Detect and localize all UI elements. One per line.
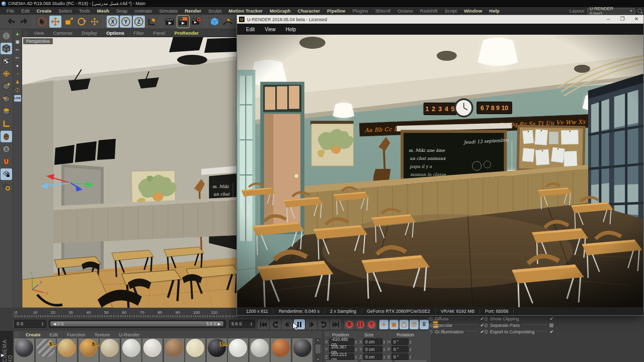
menu-item[interactable]: Select xyxy=(55,8,75,14)
urender-menu-help[interactable]: Help xyxy=(281,27,301,32)
menu-item[interactable]: Plugins xyxy=(349,8,371,14)
texture-mode-button[interactable] xyxy=(1,55,12,67)
layout-dropdown[interactable]: U RENDER (User) ▼ xyxy=(587,8,635,14)
field-stepper-icon[interactable]: ▲▼ xyxy=(409,347,412,351)
size-field[interactable]: 0 cm xyxy=(363,346,382,352)
render-option-row[interactable]: Separate Pass xyxy=(484,322,553,328)
field-stepper-icon[interactable]: ▲▼ xyxy=(355,355,357,359)
c4d-perspective-viewport[interactable]: m. Miki un chat papa maman xyxy=(22,37,236,308)
timeline-range-slider[interactable]: ◀ 0 S 5.8 S ▶ xyxy=(49,320,226,328)
menu-item[interactable]: Animate xyxy=(131,8,155,14)
material-thumbnail[interactable]: ULIVE U-RENDER xyxy=(36,338,56,362)
render-option-row[interactable]: GI Illumination ✔ xyxy=(429,329,484,335)
timer-icon[interactable]: ◔ xyxy=(14,71,21,77)
make-editable-button[interactable] xyxy=(1,30,12,42)
viewport-menu-item[interactable]: Display xyxy=(77,30,102,36)
menu-item[interactable]: Pipeline xyxy=(324,8,349,14)
rotation-field[interactable]: 0 ° xyxy=(391,353,409,360)
record-keyframe-button[interactable]: ⚿ xyxy=(344,320,354,329)
field-stepper-icon[interactable]: ▲▼ xyxy=(409,355,412,359)
viewport-menu-item[interactable]: Panel xyxy=(148,30,170,36)
menu-item[interactable]: Help xyxy=(486,8,503,14)
viewport-menu-item[interactable]: Cameras xyxy=(48,30,77,36)
scroll-up-icon[interactable]: ▲ xyxy=(315,338,321,341)
rotation-field[interactable]: 0 ° xyxy=(391,346,409,352)
key-rotation-toggle[interactable]: ◯ xyxy=(399,320,409,329)
viewport-solo-button[interactable] xyxy=(1,131,12,142)
material-thumbnail[interactable]: ULIVE U-RENDER xyxy=(78,338,99,362)
snap-settings-button[interactable]: S xyxy=(1,143,12,155)
size-field[interactable]: 0 cm xyxy=(363,353,382,360)
option-radio-icon[interactable] xyxy=(484,323,488,327)
current-frame-spinner[interactable]: 0 S ▲▼ xyxy=(14,320,46,328)
field-stepper-icon[interactable]: ▲▼ xyxy=(383,355,385,359)
urender-live-icon[interactable]: LIVE xyxy=(14,95,21,102)
urender-title-bar[interactable]: U U-RENDER 2019.05.04 beta - Licensed – … xyxy=(237,15,643,24)
material-thumbnail[interactable]: ULIVE U-RENDER xyxy=(164,338,184,362)
key-pla-toggle[interactable]: ⠿ xyxy=(420,320,429,329)
render-option-row[interactable]: Show Clipping ✔ xyxy=(484,316,553,322)
viewport-menu-grip[interactable] xyxy=(23,30,28,36)
size-field[interactable]: 0 cm xyxy=(363,338,382,345)
material-menu-item[interactable]: Function xyxy=(62,332,90,337)
timeline-range-bar[interactable]: ◀ 0 S 5.8 S ▶ xyxy=(50,321,223,326)
info-icon[interactable]: ⓘ xyxy=(14,87,21,94)
material-scrollbar[interactable]: ▲ ▼ xyxy=(315,338,321,361)
y-axis-lock-button[interactable]: Y xyxy=(120,16,132,28)
menu-item[interactable]: Octane xyxy=(394,8,417,14)
urender-menu-view[interactable]: View xyxy=(260,27,281,32)
rotation-field[interactable]: 0 ° xyxy=(391,338,409,345)
render-view-button[interactable] xyxy=(164,16,176,28)
grow-selection-icon[interactable]: ▲ xyxy=(14,31,21,37)
keyframe-selection-button[interactable]: ? xyxy=(366,320,376,329)
material-thumbnail[interactable]: ULIVE U-RENDER xyxy=(100,338,120,362)
goto-end-button[interactable] xyxy=(330,319,341,329)
menu-item[interactable]: File xyxy=(3,8,18,14)
previous-frame-button[interactable] xyxy=(282,319,293,329)
material-thumbnail[interactable]: ULIVE U-RENDER xyxy=(57,338,77,362)
points-mode-button[interactable] xyxy=(1,80,12,92)
material-menu-item[interactable]: U-Render xyxy=(115,332,144,337)
option-radio-icon[interactable] xyxy=(484,317,488,321)
render-option-row[interactable]: Specular ✔ xyxy=(429,322,484,328)
play-backwards-button[interactable] xyxy=(270,319,281,329)
model-mode-button[interactable] xyxy=(1,43,12,54)
scroll-down-icon[interactable]: ▼ xyxy=(315,358,321,361)
menu-item[interactable]: Sculpt xyxy=(205,8,225,14)
z-axis-lock-button[interactable]: Z xyxy=(133,16,145,28)
redo-button[interactable] xyxy=(18,16,30,28)
key-scale-toggle[interactable]: ▣ xyxy=(389,320,398,329)
polygons-mode-button[interactable] xyxy=(1,106,12,117)
goto-start-button[interactable] xyxy=(258,319,269,329)
edges-mode-button[interactable] xyxy=(1,93,12,105)
material-thumbnail[interactable]: ULIVE U-RENDER xyxy=(14,338,34,362)
marquee-select-icon[interactable]: ▣ xyxy=(14,39,21,45)
expand-arrow-icon[interactable]: ▶ xyxy=(1,353,4,357)
checkmark-icon[interactable]: ✔ xyxy=(549,316,553,321)
render-settings-button[interactable] xyxy=(190,16,202,28)
field-stepper-icon[interactable]: ▲▼ xyxy=(409,340,412,344)
menu-item[interactable]: Character xyxy=(294,8,324,14)
live-selection-tool[interactable] xyxy=(36,16,48,28)
material-thumbnail[interactable]: ULIVE U-RENDER xyxy=(207,338,227,362)
add-cube-object-button[interactable] xyxy=(208,16,220,28)
sphere-preview-icon[interactable]: ● xyxy=(14,63,21,69)
workplane-align-button[interactable] xyxy=(1,181,12,193)
checkmark-icon[interactable]: ✔ xyxy=(549,329,553,334)
spline-pen-tool-button[interactable] xyxy=(221,16,233,28)
menu-item[interactable]: Create xyxy=(33,8,55,14)
magnet-snap-button[interactable] xyxy=(1,156,12,167)
checkmark-icon[interactable]: ✔ xyxy=(480,316,484,321)
key-parameter-toggle[interactable]: Ⓟ xyxy=(410,320,419,329)
field-stepper-icon[interactable]: ▲▼ xyxy=(355,347,357,351)
field-stepper-icon[interactable]: ▲▼ xyxy=(383,347,385,351)
last-used-tool[interactable] xyxy=(89,16,101,28)
close-button[interactable]: ✕ xyxy=(629,15,643,24)
move-tool[interactable] xyxy=(49,16,61,28)
play-forwards-button[interactable] xyxy=(318,319,329,329)
menu-item[interactable]: 3DtoAll xyxy=(372,8,394,14)
end-frame-spinner[interactable]: 5.8 S ▲▼ xyxy=(229,320,255,328)
autokey-button[interactable]: ( ) xyxy=(355,320,365,329)
option-radio-icon[interactable] xyxy=(484,330,488,334)
x-axis-lock-button[interactable]: X xyxy=(107,16,119,28)
